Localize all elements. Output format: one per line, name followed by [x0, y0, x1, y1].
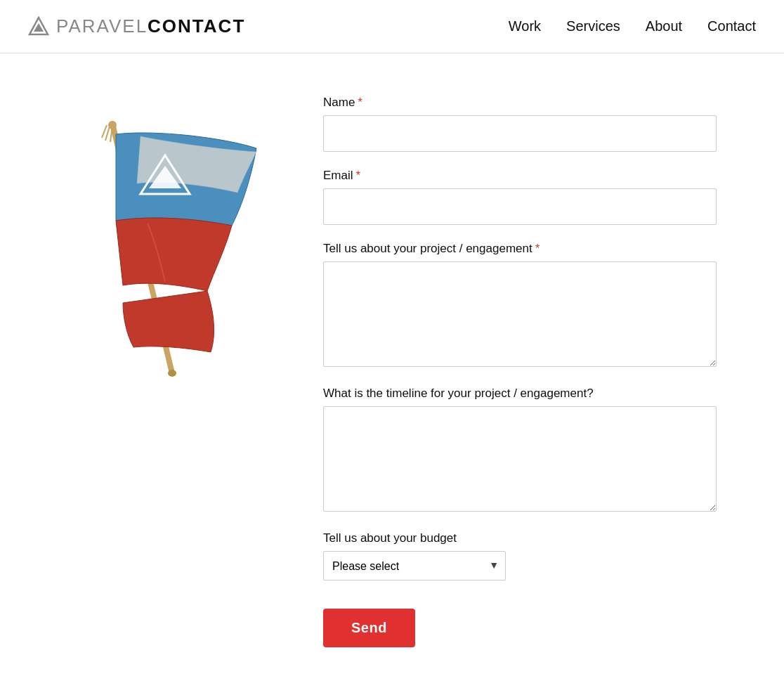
timeline-label: What is the timeline for your project / … — [323, 387, 717, 401]
timeline-textarea[interactable] — [323, 406, 717, 512]
email-form-group: Email* — [323, 169, 717, 225]
logo-paravel-text: PARAVELCONTACT — [56, 15, 245, 37]
logo-area: PARAVELCONTACT — [28, 15, 245, 37]
email-label: Email* — [323, 169, 717, 183]
timeline-form-group: What is the timeline for your project / … — [323, 387, 717, 514]
contact-form-area: Name* Email* Tell us about your project … — [323, 96, 717, 647]
nav-work[interactable]: Work — [509, 18, 541, 34]
nav-services[interactable]: Services — [566, 18, 620, 34]
svg-line-4 — [102, 125, 107, 138]
email-input[interactable] — [323, 188, 717, 225]
project-label: Tell us about your project / engagement* — [323, 242, 717, 256]
svg-point-9 — [168, 370, 176, 377]
site-header: PARAVELCONTACT Work Services About Conta… — [0, 0, 784, 53]
budget-select[interactable]: Please select Under $10,000 $10,000 – $5… — [323, 551, 506, 581]
name-input[interactable] — [323, 115, 717, 152]
main-nav: Work Services About Contact — [509, 18, 756, 34]
name-required-star: * — [358, 96, 362, 109]
email-required-star: * — [356, 169, 361, 182]
project-form-group: Tell us about your project / engagement* — [323, 242, 717, 370]
main-content: Name* Email* Tell us about your project … — [0, 53, 784, 689]
name-label: Name* — [323, 96, 717, 110]
budget-select-wrapper: Please select Under $10,000 $10,000 – $5… — [323, 551, 506, 581]
logo-triangle-icon — [28, 16, 49, 37]
budget-form-group: Tell us about your budget Please select … — [323, 531, 717, 581]
name-form-group: Name* — [323, 96, 717, 152]
send-button[interactable]: Send — [323, 609, 415, 647]
flag-illustration-area — [28, 96, 281, 647]
nav-about[interactable]: About — [646, 18, 682, 34]
flag-illustration — [42, 110, 267, 384]
budget-label: Tell us about your budget — [323, 531, 717, 545]
nav-contact[interactable]: Contact — [707, 18, 756, 34]
project-required-star: * — [535, 242, 540, 255]
project-textarea[interactable] — [323, 261, 717, 367]
